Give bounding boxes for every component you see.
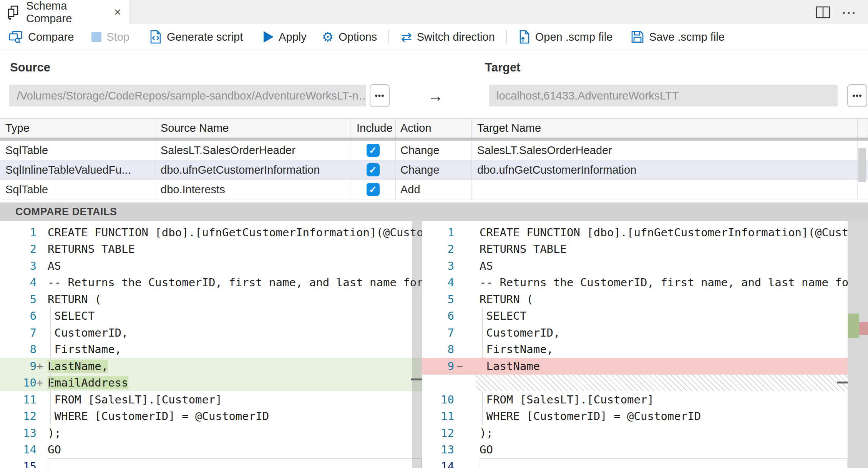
- target-label: Target: [485, 61, 520, 75]
- line-gutter: 11: [0, 393, 48, 406]
- header-separator: [0, 138, 868, 141]
- source-diff-pane[interactable]: 1CREATE FUNCTION [dbo].[ufnGetCustomerIn…: [0, 221, 422, 468]
- source-scrollbar[interactable]: [412, 221, 422, 468]
- save-scmp-button[interactable]: Save .scmp file: [631, 30, 725, 43]
- compare-details-header[interactable]: COMPARE DETAILS: [0, 202, 868, 221]
- toolbar-divider: [506, 30, 507, 44]
- code-line[interactable]: 7 CustomerID,: [0, 324, 422, 341]
- code-line[interactable]: 7 CustomerID,: [422, 324, 848, 341]
- options-button[interactable]: ⚙ Options: [322, 30, 377, 43]
- column-header-type[interactable]: Type: [0, 119, 156, 138]
- cell-source-name: SalesLT.SalesOrderHeader: [156, 141, 350, 160]
- cell-type: SqlTable: [0, 180, 156, 199]
- code-line[interactable]: 2RETURNS TABLE: [0, 241, 422, 258]
- column-header-include[interactable]: Include: [350, 119, 396, 138]
- line-number: 1: [0, 226, 37, 239]
- tab-close-icon[interactable]: ×: [114, 5, 121, 19]
- code-line[interactable]: 11 WHERE [CustomerID] = @CustomerID: [422, 408, 848, 425]
- code-line[interactable]: 3AS: [422, 257, 848, 274]
- code-line[interactable]: 12 WHERE [CustomerID] = @CustomerID: [0, 408, 422, 425]
- include-checkbox[interactable]: ✓: [367, 144, 380, 157]
- column-header-source[interactable]: Source Name: [156, 119, 350, 138]
- include-checkbox[interactable]: ✓: [367, 183, 380, 196]
- code-line[interactable]: 11 FROM [SalesLT].[Customer]: [0, 391, 422, 408]
- cell-action: Change: [396, 160, 472, 179]
- tab-schema-compare[interactable]: Schema Compare ×: [0, 0, 130, 24]
- line-number: 2: [422, 242, 454, 256]
- code-line[interactable]: 9+ LastName,: [0, 358, 422, 375]
- cell-source-name: dbo.Interests: [156, 180, 350, 199]
- code-line[interactable]: 15: [0, 458, 422, 468]
- cell-target-name: SalesLT.SalesOrderHeader: [472, 141, 858, 160]
- code-line[interactable]: 5RETURN (: [422, 291, 848, 308]
- code-line[interactable]: 13);: [0, 425, 422, 441]
- code-line[interactable]: 1CREATE FUNCTION [dbo].[ufnGetCustomerIn…: [422, 224, 848, 241]
- code-line[interactable]: 13GO: [422, 441, 848, 458]
- target-browse-button[interactable]: •••: [847, 84, 867, 107]
- table-row[interactable]: SqlTabledbo.Interests✓Add: [0, 180, 868, 199]
- line-gutter: 7: [422, 326, 480, 339]
- grid-header: Type Source Name Include Action Target N…: [0, 118, 868, 138]
- include-checkbox[interactable]: ✓: [367, 163, 380, 176]
- code-line[interactable]: 6 SELECT: [0, 308, 422, 325]
- generate-script-icon: [149, 30, 162, 44]
- code-line[interactable]: 5RETURN (: [0, 291, 422, 308]
- grid-scrollbar[interactable]: [858, 148, 866, 182]
- line-number: 7: [422, 326, 454, 339]
- code-line[interactable]: 8 FirstName,: [0, 341, 422, 358]
- source-browse-button[interactable]: •••: [370, 84, 390, 107]
- line-number: 4: [0, 276, 37, 289]
- line-number: 1: [422, 226, 454, 239]
- code-line[interactable]: 4-- Returns the CustomerID, first name, …: [422, 274, 848, 291]
- code-line[interactable]: 12);: [422, 425, 848, 441]
- source-label: Source: [10, 61, 50, 75]
- table-row[interactable]: SqlTableSalesLT.SalesOrderHeader✓ChangeS…: [0, 141, 868, 160]
- open-scmp-button[interactable]: Open .scmp file: [519, 30, 612, 44]
- target-path-field[interactable]: localhost,61433.AdventureWorksLTT: [489, 85, 838, 106]
- code-line[interactable]: 10 FROM [SalesLT].[Customer]: [422, 391, 848, 408]
- line-gutter: 5: [422, 293, 480, 306]
- code-line[interactable]: 6 SELECT: [422, 308, 848, 325]
- code-line[interactable]: 10+ EmailAddress: [0, 375, 422, 392]
- code-text: RETURN (: [480, 291, 848, 308]
- line-gutter: 13: [0, 427, 48, 440]
- source-path-field[interactable]: /Volumes/Storage/CodeRepos/sample-sandbo…: [9, 85, 366, 106]
- code-text: GO: [48, 441, 422, 458]
- column-header-target[interactable]: Target Name: [472, 119, 858, 138]
- line-number: 13: [422, 443, 454, 456]
- code-text: [476, 375, 848, 392]
- code-text: GO: [480, 441, 848, 458]
- stop-button[interactable]: Stop: [91, 31, 129, 43]
- code-line[interactable]: 1CREATE FUNCTION [dbo].[ufnGetCustomerIn…: [0, 224, 422, 241]
- line-gutter: 1: [422, 226, 480, 239]
- line-gutter: 10+: [0, 376, 48, 389]
- code-line[interactable]: 2RETURNS TABLE: [422, 241, 848, 258]
- table-row[interactable]: SqlInlineTableValuedFu...dbo.ufnGetCusto…: [0, 160, 868, 180]
- compare-button[interactable]: Compare: [8, 30, 74, 43]
- line-number: 3: [422, 259, 454, 272]
- switch-direction-button[interactable]: ⇄ Switch direction: [401, 30, 495, 43]
- split-editor-icon[interactable]: [815, 5, 831, 19]
- save-icon: [631, 30, 644, 43]
- indent-guide: [482, 391, 483, 425]
- target-diff-pane[interactable]: 1CREATE FUNCTION [dbo].[ufnGetCustomerIn…: [422, 221, 868, 468]
- code-line[interactable]: 9− LastName: [422, 358, 848, 375]
- code-line[interactable]: 14: [422, 458, 848, 468]
- column-header-action[interactable]: Action: [396, 119, 472, 138]
- code-text: FirstName,: [48, 341, 422, 358]
- code-line[interactable]: [422, 375, 848, 392]
- generate-script-button[interactable]: Generate script: [149, 30, 243, 44]
- code-text: FROM [SalesLT].[Customer]: [48, 391, 422, 408]
- code-line[interactable]: 4-- Returns the CustomerID, first name, …: [0, 274, 422, 291]
- line-gutter: 5: [0, 293, 48, 306]
- cell-filler: [858, 180, 868, 199]
- more-actions-icon[interactable]: ⋯: [841, 5, 857, 20]
- line-gutter: 13: [422, 443, 480, 456]
- target-overview-ruler[interactable]: [848, 221, 868, 468]
- code-line[interactable]: 8 FirstName,: [422, 341, 848, 358]
- code-line[interactable]: 3AS: [0, 257, 422, 274]
- tab-title: Schema Compare: [26, 0, 114, 25]
- diff-mark: +: [37, 376, 48, 389]
- apply-button[interactable]: Apply: [264, 31, 307, 43]
- code-line[interactable]: 14GO: [0, 441, 422, 458]
